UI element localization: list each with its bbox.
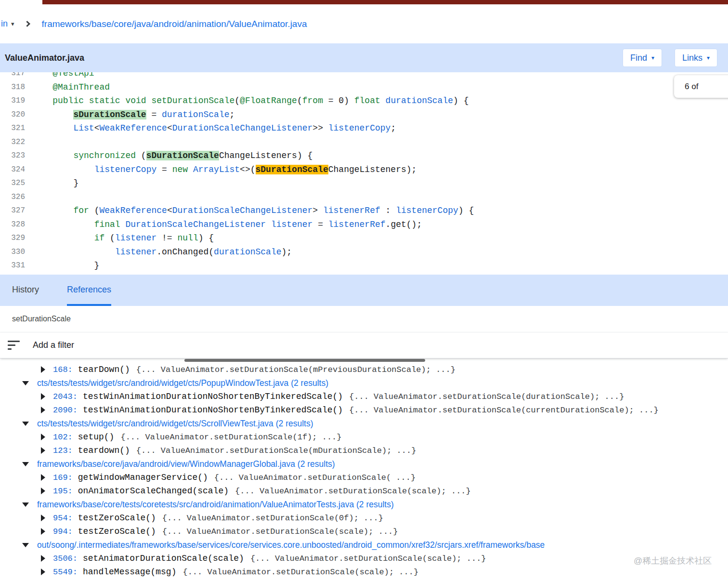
code-symbol-link[interactable]: durationScale <box>162 110 229 119</box>
code-symbol-link[interactable]: DurationScaleChangeListener <box>125 220 266 229</box>
match-line-number[interactable]: 102: <box>53 433 73 442</box>
code-symbol-link[interactable]: listenerCopy <box>94 165 157 174</box>
match-function-name[interactable]: setup() <box>78 432 115 442</box>
match-line-number[interactable]: 3506: <box>53 554 78 563</box>
line-number[interactable]: 319 <box>0 96 25 105</box>
match-function-name[interactable]: testWinAnimationDurationNoShortenByTinke… <box>83 392 343 401</box>
line-number[interactable]: 321 <box>0 124 25 132</box>
match-function-name[interactable]: testWinAnimationDurationNoShortenByTinke… <box>83 405 343 415</box>
line-number[interactable]: 322 <box>0 138 25 146</box>
expand-arrow-icon[interactable] <box>41 407 45 413</box>
match-function-name[interactable]: handleMessage(msg) <box>83 567 176 577</box>
result-file-row[interactable]: frameworks/base/core/java/android/view/W… <box>0 457 728 471</box>
result-file-link[interactable]: out/soong/.intermediates/frameworks/base… <box>37 540 545 550</box>
line-number[interactable]: 331 <box>0 261 25 270</box>
match-function-name[interactable]: getWindowManagerService() <box>78 473 208 482</box>
match-function-name[interactable]: onAnimatorScaleChanged(scale) <box>78 486 229 496</box>
expand-arrow-icon[interactable] <box>41 474 45 481</box>
expand-arrow-icon[interactable] <box>41 393 45 400</box>
expand-arrow-icon[interactable] <box>41 555 45 562</box>
tab-history[interactable]: History <box>12 275 39 306</box>
result-file-row[interactable]: cts/tests/tests/widget/src/android/widge… <box>0 376 728 390</box>
line-number[interactable]: 326 <box>0 193 25 201</box>
result-file-row[interactable]: out/soong/.intermediates/frameworks/base… <box>0 538 728 552</box>
expand-arrow-icon[interactable] <box>41 569 45 575</box>
match-function-name[interactable]: testZeroScale() <box>78 527 156 536</box>
match-line-number[interactable]: 2090: <box>53 406 78 415</box>
line-number[interactable]: 318 <box>0 83 25 92</box>
line-number[interactable]: 327 <box>0 206 25 215</box>
result-match-row[interactable]: 123:teardown(){... ValueAnimator.setDura… <box>0 444 728 457</box>
result-file-link[interactable]: cts/tests/tests/widget/src/android/widge… <box>37 378 328 388</box>
match-line-number[interactable]: 5549: <box>53 568 78 577</box>
code-symbol-link[interactable]: WeakReference <box>99 123 167 133</box>
line-number[interactable]: 324 <box>0 165 25 174</box>
result-file-link[interactable]: cts/tests/tests/widget/src/android/widge… <box>37 419 313 429</box>
code-symbol-link[interactable]: List <box>73 123 94 133</box>
match-function-name[interactable]: testZeroScale() <box>78 513 156 523</box>
collapse-arrow-icon[interactable] <box>22 503 29 507</box>
code-symbol-link[interactable]: listenerRef <box>328 220 386 229</box>
collapse-arrow-icon[interactable] <box>22 381 29 385</box>
line-number[interactable]: 330 <box>0 248 25 256</box>
match-line-number[interactable]: 123: <box>53 446 73 455</box>
code-viewer[interactable]: 6 of 317 @TestApi318 @MainThread319 publ… <box>0 72 728 275</box>
result-match-row[interactable]: 168:tearDown(){... ValueAnimator.setDura… <box>0 363 728 376</box>
line-number[interactable]: 328 <box>0 220 25 229</box>
links-button[interactable]: Links ▾ <box>675 49 717 67</box>
expand-arrow-icon[interactable] <box>41 528 45 535</box>
result-match-row[interactable]: 954:testZeroScale(){... ValueAnimator.se… <box>0 511 728 525</box>
code-symbol-link[interactable]: listener <box>115 247 156 257</box>
code-symbol-link[interactable]: listener <box>271 220 312 229</box>
expand-arrow-icon[interactable] <box>41 366 45 373</box>
file-path-breadcrumb[interactable]: frameworks/base/core/java/android/animat… <box>42 19 307 29</box>
expand-arrow-icon[interactable] <box>41 515 45 521</box>
code-symbol-link[interactable]: listenerRef <box>323 206 380 215</box>
result-file-link[interactable]: frameworks/base/core/tests/coretests/src… <box>37 500 394 510</box>
result-match-row[interactable]: 3506:setAnimatorDurationScale(scale){...… <box>0 552 728 565</box>
expand-arrow-icon[interactable] <box>41 447 45 454</box>
expand-arrow-icon[interactable] <box>41 434 45 440</box>
result-match-row[interactable]: 102:setup(){... ValueAnimator.setDuratio… <box>0 430 728 444</box>
code-symbol-link[interactable]: DurationScaleChangeListener <box>172 123 313 133</box>
match-line-number[interactable]: 195: <box>53 487 73 496</box>
result-match-row[interactable]: 5549:handleMessage(msg){... ValueAnimato… <box>0 565 728 579</box>
result-file-row[interactable]: frameworks/base/core/tests/coretests/src… <box>0 498 728 511</box>
match-line-number[interactable]: 169: <box>53 473 73 482</box>
expand-arrow-icon[interactable] <box>41 488 45 494</box>
add-filter-input[interactable]: Add a filter <box>33 340 74 350</box>
filter-icon[interactable] <box>8 341 20 350</box>
match-line-number[interactable]: 2043: <box>53 392 78 401</box>
collapse-arrow-icon[interactable] <box>22 422 29 426</box>
code-symbol-link[interactable]: DurationScaleChangeListener <box>172 206 313 215</box>
result-file-row[interactable]: cts/tests/tests/widget/src/android/widge… <box>0 417 728 430</box>
code-symbol-link[interactable]: WeakReference <box>99 206 167 215</box>
branch-selector[interactable]: in ▾ <box>1 19 14 29</box>
code-symbol-link[interactable]: ArrayList <box>193 165 240 174</box>
result-match-row[interactable]: 994:testZeroScale(){... ValueAnimator.se… <box>0 525 728 538</box>
code-symbol-link[interactable]: listenerCopy <box>328 123 391 133</box>
result-match-row[interactable]: 195:onAnimatorScaleChanged(scale){... Va… <box>0 484 728 498</box>
result-match-row[interactable]: 169:getWindowManagerService(){... ValueA… <box>0 471 728 484</box>
collapse-arrow-icon[interactable] <box>22 543 29 547</box>
result-match-row[interactable]: 2090:testWinAnimationDurationNoShortenBy… <box>0 403 728 417</box>
line-number[interactable]: 317 <box>0 72 25 78</box>
code-symbol-link[interactable]: durationScale <box>386 96 453 106</box>
match-function-name[interactable]: teardown() <box>78 446 130 455</box>
tab-references[interactable]: References <box>67 275 111 306</box>
result-match-row[interactable]: 2043:testWinAnimationDurationNoShortenBy… <box>0 390 728 403</box>
line-number[interactable]: 320 <box>0 110 25 119</box>
code-symbol-link[interactable]: durationScale <box>214 247 281 257</box>
find-button[interactable]: Find ▾ <box>623 49 662 67</box>
line-number[interactable]: 325 <box>0 179 25 187</box>
match-line-number[interactable]: 954: <box>53 514 73 523</box>
code-symbol-link[interactable]: listenerCopy <box>396 206 458 215</box>
match-function-name[interactable]: tearDown() <box>78 365 130 374</box>
code-symbol-link[interactable]: listener <box>115 233 156 243</box>
match-function-name[interactable]: setAnimatorDurationScale(scale) <box>83 554 244 563</box>
match-line-number[interactable]: 994: <box>53 527 73 536</box>
collapse-arrow-icon[interactable] <box>22 462 29 466</box>
match-line-number[interactable]: 168: <box>53 365 73 374</box>
line-number[interactable]: 329 <box>0 234 25 242</box>
result-file-link[interactable]: frameworks/base/core/java/android/view/W… <box>37 459 335 469</box>
